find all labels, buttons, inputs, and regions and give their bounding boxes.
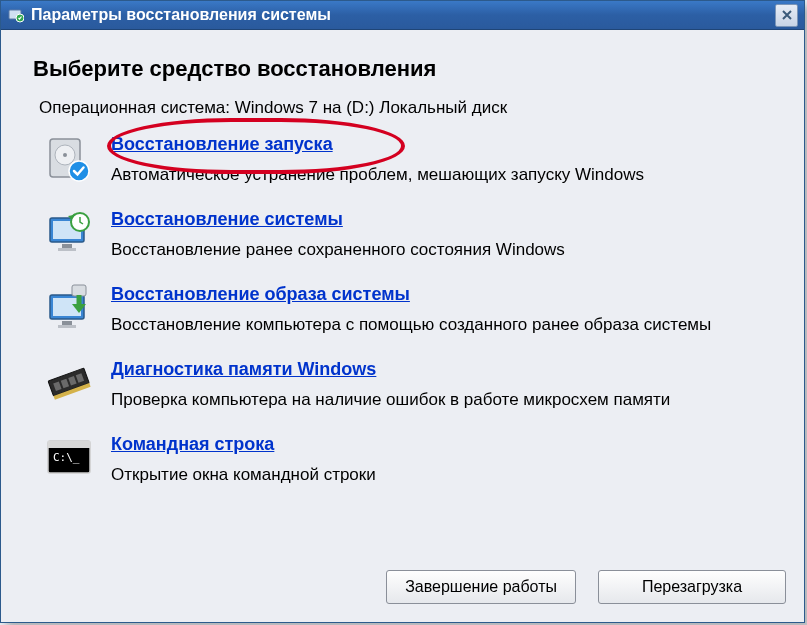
window-icon [7, 6, 25, 24]
content-area: Выберите средство восстановления Операци… [1, 30, 804, 562]
os-info-line: Операционная система: Windows 7 на (D:) … [39, 98, 776, 118]
tool-image-recovery: Восстановление образа системы Восстановл… [43, 282, 776, 335]
page-heading: Выберите средство восстановления [33, 56, 776, 82]
hard-drive-check-icon [43, 132, 95, 184]
svg-rect-25 [48, 441, 90, 448]
monitor-clock-icon [43, 207, 95, 259]
svg-point-4 [63, 153, 67, 157]
restart-button[interactable]: Перезагрузка [598, 570, 786, 604]
tool-startup-repair: Восстановление запуска Автоматическое ус… [43, 132, 776, 185]
recovery-options-window: Параметры восстановления системы Выберит… [0, 0, 805, 623]
command-prompt-desc: Открытие окна командной строки [111, 465, 776, 485]
command-prompt-icon: C:\_ [43, 432, 95, 484]
system-restore-link[interactable]: Восстановление системы [111, 209, 343, 230]
tool-command-prompt: C:\_ Командная строка Открытие окна кома… [43, 432, 776, 485]
svg-text:C:\_: C:\_ [53, 451, 80, 464]
svg-rect-8 [62, 244, 72, 248]
window-title: Параметры восстановления системы [31, 6, 331, 24]
memory-diagnostic-desc: Проверка компьютера на наличие ошибок в … [111, 390, 776, 410]
monitor-download-icon [43, 282, 95, 334]
svg-rect-9 [58, 248, 76, 251]
button-bar: Завершение работы Перезагрузка [1, 562, 804, 622]
close-button[interactable] [775, 4, 798, 27]
svg-rect-16 [72, 285, 86, 296]
tool-memory-diagnostic: Диагностика памяти Windows Проверка комп… [43, 357, 776, 410]
memory-chip-icon [43, 357, 95, 409]
svg-rect-14 [62, 321, 72, 325]
image-recovery-desc: Восстановление компьютера с помощью созд… [111, 315, 776, 335]
startup-repair-link[interactable]: Восстановление запуска [111, 134, 333, 155]
tool-system-restore: Восстановление системы Восстановление ра… [43, 207, 776, 260]
memory-diagnostic-link[interactable]: Диагностика памяти Windows [111, 359, 376, 380]
system-restore-desc: Восстановление ранее сохраненного состоя… [111, 240, 776, 260]
svg-rect-15 [58, 325, 76, 328]
image-recovery-link[interactable]: Восстановление образа системы [111, 284, 410, 305]
titlebar: Параметры восстановления системы [1, 1, 804, 30]
command-prompt-link[interactable]: Командная строка [111, 434, 274, 455]
startup-repair-desc: Автоматическое устранение проблем, мешаю… [111, 165, 776, 185]
tool-list: Восстановление запуска Автоматическое ус… [43, 132, 776, 485]
shutdown-button[interactable]: Завершение работы [386, 570, 576, 604]
